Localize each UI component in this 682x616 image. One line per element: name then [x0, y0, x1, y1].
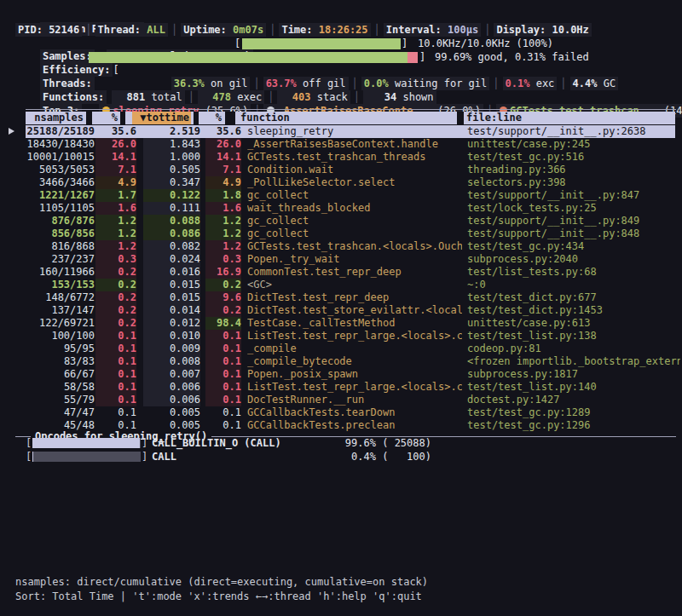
cell-tt: 0.024 — [143, 253, 200, 266]
cell-p2: 98.4 — [205, 317, 241, 330]
cell-p2: 0.1 — [205, 394, 241, 406]
table-row[interactable]: 100/1000.10.0100.1ListTest.test_repr_lar… — [0, 330, 682, 343]
cell-file: threading.py:366 — [467, 164, 680, 176]
cell-tt: 1.000 — [143, 151, 200, 164]
cell-ns: 58/58 — [15, 381, 95, 394]
table-row[interactable]: 5053/50537.10.5057.1Condition.waitthread… — [0, 164, 682, 176]
table-row[interactable]: 137/1470.20.0140.2DictTest.test_store_ev… — [0, 304, 682, 317]
cell-ns: 10001/10015 — [15, 151, 95, 164]
status-item: Time: 18:26:25 — [279, 23, 370, 37]
cell-tt: 0.505 — [143, 164, 200, 176]
cell-file: test/test_gc.py:1289 — [467, 406, 680, 419]
table-row[interactable]: 83/830.10.0080.1_compile_bytecode<frozen… — [0, 355, 682, 368]
table-row[interactable]: 856/8561.20.0861.2gc_collecttest/support… — [0, 227, 682, 240]
cell-fn: GCTests.test_trashcan_threads — [247, 151, 462, 164]
table-row[interactable]: 47/470.10.0050.1GCCallbackTests.tearDown… — [0, 406, 682, 419]
cell-p2: 1.2 — [205, 227, 241, 240]
cell-ns: 83/83 — [15, 355, 95, 368]
table-row[interactable]: 10001/1001514.11.00014.1GCTests.test_tra… — [0, 151, 682, 164]
cell-fn: gc_collect — [247, 189, 462, 202]
cell-file: subprocess.py:1817 — [467, 368, 680, 381]
table-row[interactable]: 1105/11051.60.1111.6wait_threads_blocked… — [0, 202, 682, 215]
cell-p1: 0.2 — [95, 266, 136, 279]
cell-tt: 0.014 — [143, 304, 200, 317]
cell-fn: gc_collect — [247, 215, 462, 227]
cell-p1: 0.1 — [95, 381, 136, 394]
cell-tt: 0.015 — [143, 279, 200, 291]
column-header-nsamples[interactable]: nsamples — [15, 112, 84, 124]
cell-p1: 1.2 — [95, 215, 136, 227]
table-row[interactable]: 148/67720.20.0159.6DictTest.test_repr_de… — [0, 291, 682, 304]
table-row[interactable]: 122/697210.20.01298.4TestCase._callTestM… — [0, 317, 682, 330]
cell-p2: 14.1 — [205, 151, 241, 164]
cell-ns: 816/868 — [15, 240, 95, 253]
status-item: Display: 10.0Hz — [494, 23, 591, 37]
cell-tt: 0.016 — [143, 266, 200, 279]
cell-ns: 18430/18430 — [15, 138, 95, 151]
table-row[interactable]: 25188/2518935.62.51935.6sleeping_retryte… — [0, 125, 682, 138]
cell-ns: 876/876 — [15, 215, 95, 227]
table-row[interactable]: 816/8681.20.0821.2GCTests.test_trashcan.… — [0, 240, 682, 253]
cell-file: unittest/case.py:613 — [467, 317, 680, 330]
cell-p2: 0.2 — [205, 304, 241, 317]
cell-fn: Condition.wait — [247, 164, 462, 176]
samples-line: Samples:71038 total (10000.4/s) [ ] 10.0… — [15, 37, 682, 50]
samples-bar — [242, 38, 401, 49]
cell-ns: 25188/25189 — [15, 125, 95, 138]
cell-file: test/test_dict.py:1453 — [467, 304, 680, 317]
opcode-bar — [32, 438, 141, 448]
cell-fn: _PollLikeSelector.select — [247, 176, 462, 189]
cell-ns: 122/69721 — [15, 317, 95, 330]
table-row[interactable]: 66/670.10.0070.1Popen._posix_spawnsubpro… — [0, 368, 682, 381]
footer-legend: nsamples: direct/cumulative (direct=exec… — [15, 576, 428, 589]
cell-fn: _compile_bytecode — [247, 355, 462, 368]
cell-ns: 153/153 — [15, 279, 95, 291]
cell-tt: 0.122 — [143, 189, 200, 202]
cell-p2: 0.1 — [205, 368, 241, 381]
efficiency-line: Efficiency:[ ] 99.69% good, 0.31% failed — [15, 51, 682, 64]
cell-fn: Popen._try_wait — [247, 253, 462, 266]
opcode-row: []CALL_BUILTIN_O (CALL)99.6% ( 25088) — [0, 437, 682, 450]
cell-file: unittest/case.py:245 — [467, 138, 680, 151]
cell-file: test/test_dict.py:677 — [467, 291, 680, 304]
cell-p2: 9.6 — [205, 291, 241, 304]
table-row[interactable]: 160/119660.20.01616.9CommonTest.test_rep… — [0, 266, 682, 279]
cell-file: test/support/__init__.py:849 — [467, 215, 680, 227]
cell-p1: 7.1 — [95, 164, 136, 176]
cell-fn: ListTest.test_repr_large.<locals>.c... — [247, 330, 462, 343]
table-row[interactable]: 876/8761.20.0881.2gc_collecttest/support… — [0, 215, 682, 227]
cell-p2: 0.2 — [205, 279, 241, 291]
cell-ns: 856/856 — [15, 227, 95, 240]
table-row[interactable]: 1221/12671.70.1221.8gc_collecttest/suppo… — [0, 189, 682, 202]
cell-p1: 0.1 — [95, 330, 136, 343]
cell-p2: 0.1 — [205, 343, 241, 355]
cell-p2: 0.1 — [205, 381, 241, 394]
column-header-function[interactable]: function — [240, 112, 326, 124]
cell-fn: sleeping_retry — [247, 125, 462, 138]
cell-p2: 16.9 — [205, 266, 241, 279]
status-item: PID: 52146 — [15, 23, 82, 37]
title-line: Tachyon Profiler — [15, 10, 682, 23]
table-row[interactable]: 55/790.10.0060.1DocTestRunner.__rundocte… — [0, 394, 682, 406]
table-top-separator — [26, 109, 676, 110]
efficiency-bar-close-bracket: ] — [419, 51, 425, 64]
table-row[interactable]: 18430/1843026.01.84326.0_AssertRaisesBas… — [0, 138, 682, 151]
table-row[interactable]: 95/950.10.0090.1_compilecodeop.py:81 — [0, 343, 682, 355]
cell-p2: 35.6 — [205, 125, 241, 138]
cell-p2: 0.3 — [205, 253, 241, 266]
column-header-tottime-sorted[interactable]: ▼tottime — [132, 112, 191, 124]
table-row[interactable]: 3466/34664.90.3474.9_PollLikeSelector.se… — [0, 176, 682, 189]
column-header-pct-cumulative[interactable]: % — [199, 112, 222, 124]
table-row[interactable]: 237/2370.30.0240.3Popen._try_waitsubproc… — [0, 253, 682, 266]
table-row[interactable]: 153/1530.20.0150.2<GC>~:0 — [0, 279, 682, 291]
cell-tt: 0.012 — [143, 317, 200, 330]
column-header-file-line[interactable]: file:line — [466, 112, 552, 124]
cell-p2: 7.1 — [205, 164, 241, 176]
cell-tt: 0.010 — [143, 330, 200, 343]
cell-file: test/support/__init__.py:848 — [467, 227, 680, 240]
samples-bar-open-bracket: [ — [234, 37, 240, 50]
cell-p1: 14.1 — [95, 151, 136, 164]
table-row[interactable]: 58/580.10.0060.1ListTest.test_repr_large… — [0, 381, 682, 394]
cell-ns: 1105/1105 — [15, 202, 95, 215]
profiler-screen: Tachyon Profiler PID: 52146│Thread: ALL│… — [0, 0, 682, 616]
